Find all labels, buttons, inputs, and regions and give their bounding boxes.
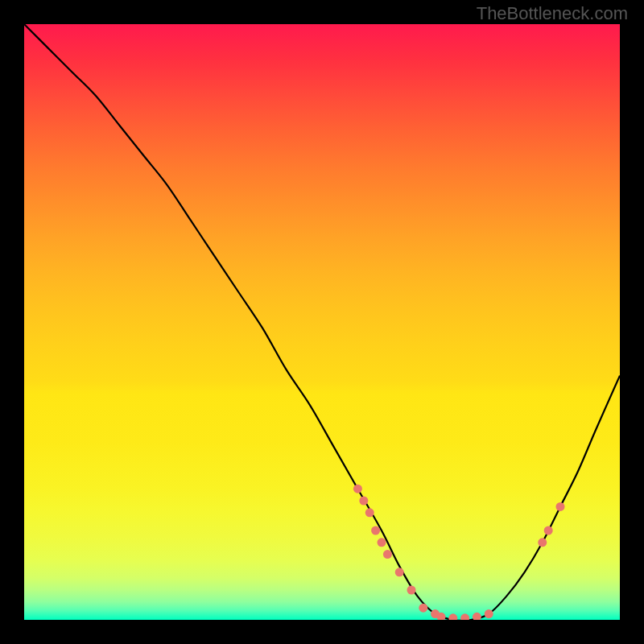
data-marker (371, 526, 380, 535)
data-marker (544, 526, 553, 535)
data-marker (395, 568, 404, 576)
data-marker (359, 497, 368, 506)
curve-markers (353, 485, 565, 620)
curve-line (24, 24, 620, 620)
data-marker (407, 586, 416, 595)
data-marker (460, 613, 469, 620)
data-marker (419, 604, 427, 613)
data-marker (473, 613, 481, 620)
data-marker (485, 609, 493, 618)
chart-plot-area (24, 24, 620, 620)
data-marker (556, 502, 565, 511)
data-marker (378, 538, 386, 547)
watermark-text: TheBottleneck.com (477, 3, 628, 24)
chart-svg (24, 24, 620, 620)
data-marker (353, 485, 362, 493)
data-marker (448, 613, 457, 620)
data-marker (383, 550, 392, 559)
data-marker (365, 508, 374, 517)
data-marker (538, 538, 547, 547)
